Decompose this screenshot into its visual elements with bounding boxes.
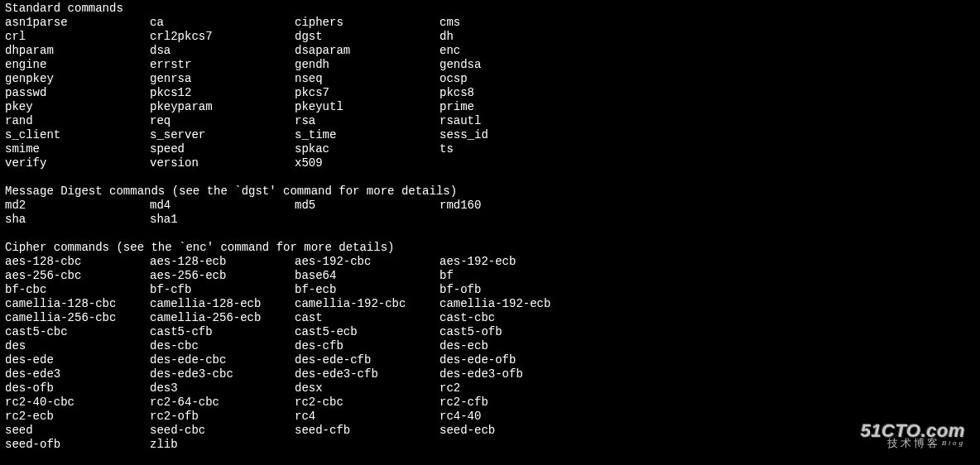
command-cell: bf-ofb (440, 283, 584, 297)
section-title: Message Digest commands (see the `dgst' … (5, 185, 975, 199)
command-row: engineerrstrgendhgendsa (5, 58, 975, 72)
command-row: camellia-256-cbccamellia-256-ecbcastcast… (5, 311, 975, 325)
command-cell: des-ede3-cfb (295, 367, 440, 381)
command-cell: ts (440, 142, 584, 156)
command-cell: cast (295, 311, 440, 325)
command-cell: genpkey (5, 72, 150, 86)
command-cell: ocsp (440, 72, 584, 86)
command-cell: sha1 (150, 213, 295, 227)
command-cell: bf (440, 269, 584, 283)
command-row: aes-128-cbcaes-128-ecbaes-192-cbcaes-192… (5, 255, 975, 269)
command-cell: des-ede3 (5, 367, 150, 381)
command-cell: pkey (5, 100, 150, 114)
command-cell: camellia-256-ecb (150, 311, 295, 325)
command-cell: des3 (150, 381, 295, 395)
command-cell: dsaparam (295, 44, 440, 58)
command-cell: seed-ofb (5, 438, 150, 452)
command-cell: spkac (295, 142, 440, 156)
command-cell: pkcs12 (150, 86, 295, 100)
command-cell: camellia-128-ecb (150, 297, 295, 311)
command-cell: sha (5, 213, 150, 227)
command-cell: rc2-40-cbc (5, 395, 150, 410)
command-row: rc2-40-cbcrc2-64-cbcrc2-cbcrc2-cfb (5, 395, 975, 410)
command-cell: nseq (295, 72, 440, 86)
command-cell: pkcs7 (295, 86, 440, 100)
command-cell: speed (150, 142, 295, 156)
command-cell (440, 213, 584, 227)
command-cell: gendsa (440, 58, 584, 72)
command-row: crlcrl2pkcs7dgstdh (5, 30, 975, 44)
blank-line (5, 227, 975, 241)
command-cell: desx (295, 381, 440, 395)
command-row: bf-cbcbf-cfbbf-ecbbf-ofb (5, 283, 975, 297)
command-cell: pkcs8 (440, 86, 584, 100)
command-row: asn1parsecacipherscms (5, 16, 975, 30)
command-cell: s_server (150, 128, 295, 142)
command-cell: cast5-cbc (5, 325, 150, 339)
command-cell: des-ede (5, 353, 150, 367)
command-cell: aes-128-cbc (5, 255, 150, 269)
command-cell: gendh (295, 58, 440, 72)
command-cell: pkeyparam (150, 100, 295, 114)
command-cell: base64 (295, 269, 440, 283)
command-cell: md5 (295, 199, 440, 213)
command-row: desdes-cbcdes-cfbdes-ecb (5, 339, 975, 353)
command-cell: genrsa (150, 72, 295, 86)
command-cell: verify (5, 156, 150, 170)
command-cell: asn1parse (5, 16, 150, 30)
command-row: des-ofbdes3desxrc2 (5, 381, 975, 395)
command-cell: rc2-64-cbc (150, 395, 295, 410)
command-cell: des-ede-cfb (295, 353, 440, 367)
command-cell: md2 (5, 199, 150, 213)
command-row: md2md4md5rmd160 (5, 199, 975, 213)
command-cell: camellia-192-cbc (295, 297, 440, 311)
blank-line (5, 170, 975, 185)
command-cell: crl2pkcs7 (150, 30, 295, 44)
command-cell: aes-256-cbc (5, 269, 150, 283)
command-cell (440, 438, 584, 452)
command-cell: crl (5, 30, 150, 44)
command-cell: dhparam (5, 44, 150, 58)
command-cell: version (150, 156, 295, 170)
section-title: Standard commands (5, 2, 975, 16)
command-cell: passwd (5, 86, 150, 100)
command-cell: rsautl (440, 114, 584, 128)
command-cell: bf-cfb (150, 283, 295, 297)
command-cell: bf-ecb (295, 283, 440, 297)
command-cell: s_client (5, 128, 150, 142)
command-cell: rc4-40 (440, 410, 584, 424)
command-cell: des-ede3-cbc (150, 367, 295, 381)
command-cell: rsa (295, 114, 440, 128)
command-row: s_clients_servers_timesess_id (5, 128, 975, 142)
command-row: seed-ofbzlib (5, 438, 975, 452)
command-row: shasha1 (5, 213, 975, 227)
command-cell: rc4 (295, 410, 440, 424)
command-row: camellia-128-cbccamellia-128-ecbcamellia… (5, 297, 975, 311)
command-cell: ciphers (295, 16, 440, 30)
command-cell: des-ofb (5, 381, 150, 395)
command-cell: camellia-256-cbc (5, 311, 150, 325)
command-cell: rmd160 (440, 199, 584, 213)
command-cell: des-cfb (295, 339, 440, 353)
command-cell: seed-ecb (440, 424, 584, 438)
command-row: des-ede3des-ede3-cbcdes-ede3-cfbdes-ede3… (5, 367, 975, 381)
command-cell: enc (440, 44, 584, 58)
command-cell: rc2-cfb (440, 395, 584, 410)
command-cell: rc2-cbc (295, 395, 440, 410)
command-cell (295, 438, 440, 452)
command-cell: cms (440, 16, 584, 30)
command-row: passwdpkcs12pkcs7pkcs8 (5, 86, 975, 100)
command-cell: engine (5, 58, 150, 72)
command-row: cast5-cbccast5-cfbcast5-ecbcast5-ofb (5, 325, 975, 339)
command-cell: rc2-ofb (150, 410, 295, 424)
command-cell: dsa (150, 44, 295, 58)
command-cell: dgst (295, 30, 440, 44)
command-cell: camellia-128-cbc (5, 297, 150, 311)
command-cell: rand (5, 114, 150, 128)
command-row: smimespeedspkacts (5, 142, 975, 156)
command-row: dhparamdsadsaparamenc (5, 44, 975, 58)
command-cell: req (150, 114, 295, 128)
command-cell: rc2-ecb (5, 410, 150, 424)
command-cell: des (5, 339, 150, 353)
command-cell: aes-128-ecb (150, 255, 295, 269)
